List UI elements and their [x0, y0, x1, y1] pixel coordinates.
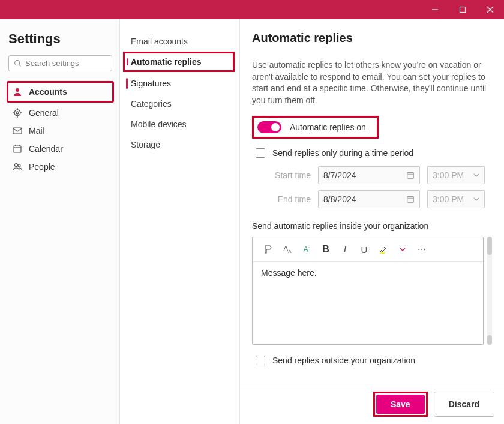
auto-replies-toggle[interactable]: [257, 121, 281, 133]
highlight-dropdown[interactable]: [394, 242, 411, 257]
svg-rect-13: [13, 128, 22, 134]
close-button[interactable]: [476, 0, 504, 19]
svg-rect-14: [14, 146, 21, 152]
subsidebar: Email accounts Automatic replies Signatu…: [120, 19, 240, 424]
sidebar-item-calendar[interactable]: Calendar: [8, 140, 112, 158]
minimize-button[interactable]: [421, 0, 449, 19]
sidebar-item-label: Accounts: [29, 87, 67, 97]
sub-item-email-accounts[interactable]: Email accounts: [120, 31, 239, 52]
sub-item-automatic-replies[interactable]: Automatic replies: [123, 52, 235, 72]
editor-scrollbar[interactable]: [487, 237, 492, 345]
svg-point-8: [16, 112, 19, 114]
font-icon: AA: [283, 245, 291, 254]
sub-item-label: Categories: [131, 99, 172, 109]
message-editor: AA A◦ B I U ⋯ Message here.: [252, 237, 484, 345]
start-time-row: Start time 8/7/2024 3:00 PM: [266, 166, 492, 184]
chevron-down-icon: [473, 196, 479, 202]
highlight-button[interactable]: [375, 242, 392, 257]
scrollbar-thumb[interactable]: [487, 237, 492, 255]
sub-item-storage[interactable]: Storage: [120, 134, 239, 155]
sidebar-item-label: People: [29, 162, 55, 172]
chevron-down-icon: [400, 246, 406, 252]
description-text: Use automatic replies to let others know…: [252, 59, 492, 106]
scrollbar-thumb-bottom[interactable]: [487, 335, 492, 345]
svg-point-6: [16, 88, 19, 92]
person-icon: [12, 87, 23, 97]
sub-item-label: Signatures: [131, 79, 171, 88]
end-date-input[interactable]: 8/8/2024: [318, 190, 420, 208]
sidebar-item-mail[interactable]: Mail: [8, 122, 112, 140]
end-time-row: End time 8/8/2024 3:00 PM: [266, 190, 492, 208]
gear-icon: [12, 108, 23, 118]
editor-toolbar: AA A◦ B I U ⋯: [253, 237, 483, 262]
calendar-icon: [12, 144, 23, 154]
sub-item-signatures[interactable]: Signatures: [120, 73, 239, 94]
sidebar: Settings Accounts General Mail Calendar …: [0, 19, 120, 424]
svg-point-18: [15, 164, 18, 167]
outside-org-label: Send replies outside your organization: [272, 356, 415, 365]
sub-item-mobile-devices[interactable]: Mobile devices: [120, 114, 239, 134]
maximize-button[interactable]: [449, 0, 476, 19]
chevron-down-icon: [473, 172, 479, 178]
sidebar-item-accounts[interactable]: Accounts: [7, 81, 114, 103]
format-painter-button[interactable]: [260, 242, 277, 257]
footer: Save Discard: [240, 384, 504, 424]
time-period-label: Send replies only during a time period: [272, 148, 413, 158]
start-time-label: Start time: [266, 170, 311, 180]
search-icon: [14, 59, 22, 67]
sub-item-categories[interactable]: Categories: [120, 94, 239, 114]
mail-icon: [12, 126, 23, 136]
svg-rect-22: [407, 197, 414, 203]
end-time-input[interactable]: 3:00 PM: [427, 190, 485, 208]
search-input[interactable]: [25, 59, 107, 68]
start-date-input[interactable]: 8/7/2024: [318, 166, 420, 184]
save-highlight: Save: [373, 392, 428, 417]
message-body[interactable]: Message here.: [253, 262, 483, 334]
calendar-icon: [406, 195, 415, 203]
font-size-button[interactable]: A◦: [298, 242, 315, 257]
end-time-label: End time: [266, 194, 311, 204]
bold-button[interactable]: B: [317, 242, 334, 257]
calendar-icon: [406, 171, 415, 179]
sidebar-item-label: General: [29, 108, 59, 118]
sub-item-label: Automatic replies: [131, 57, 201, 67]
underline-button[interactable]: U: [356, 242, 373, 257]
search-input-container[interactable]: [8, 55, 112, 71]
svg-point-19: [18, 164, 20, 167]
more-options-button[interactable]: ⋯: [413, 242, 430, 257]
end-date-value: 8/8/2024: [323, 194, 356, 204]
main-body: Automatic replies Use automatic replies …: [240, 19, 504, 384]
time-period-row: Send replies only during a time period: [256, 148, 492, 158]
settings-title: Settings: [8, 31, 112, 47]
time-period-checkbox[interactable]: [256, 148, 265, 158]
sidebar-item-people[interactable]: People: [8, 158, 112, 176]
font-button[interactable]: AA: [279, 242, 296, 257]
sub-item-label: Mobile devices: [131, 119, 187, 129]
people-icon: [12, 162, 23, 172]
start-time-value: 3:00 PM: [433, 170, 464, 180]
svg-line-5: [19, 65, 20, 66]
start-time-input[interactable]: 3:00 PM: [427, 166, 485, 184]
save-button[interactable]: Save: [376, 395, 425, 414]
content: Settings Accounts General Mail Calendar …: [0, 19, 504, 424]
sidebar-item-general[interactable]: General: [8, 104, 112, 122]
inside-org-label: Send automatic replies inside your organ…: [252, 221, 492, 231]
svg-rect-20: [407, 173, 414, 179]
page-title: Automatic replies: [252, 31, 492, 45]
italic-button[interactable]: I: [337, 242, 353, 257]
outside-org-checkbox[interactable]: [256, 356, 265, 365]
toggle-label: Automatic replies on: [290, 122, 366, 132]
auto-replies-toggle-row: Automatic replies on: [252, 116, 379, 139]
editor-wrap: AA A◦ B I U ⋯ Message here.: [252, 237, 492, 345]
sidebar-item-label: Calendar: [29, 144, 63, 154]
main-panel: Automatic replies Use automatic replies …: [240, 19, 504, 424]
sub-item-label: Storage: [131, 140, 160, 149]
svg-rect-1: [460, 7, 466, 13]
svg-point-4: [15, 61, 20, 65]
sidebar-item-label: Mail: [29, 126, 44, 136]
end-time-value: 3:00 PM: [433, 194, 464, 204]
discard-button[interactable]: Discard: [434, 392, 494, 417]
ellipsis-icon: ⋯: [418, 245, 426, 254]
outside-org-row: Send replies outside your organization: [256, 356, 492, 365]
font-size-icon: A◦: [304, 245, 310, 254]
